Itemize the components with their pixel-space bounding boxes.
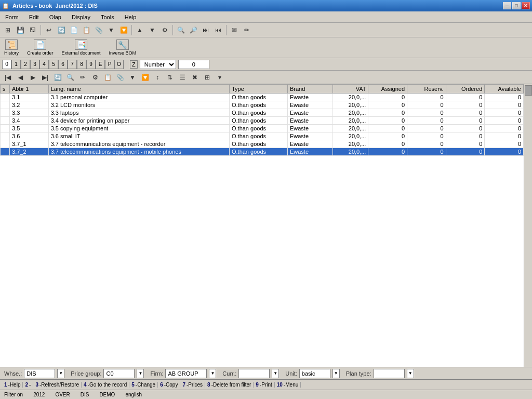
scroll-thumb[interactable] — [525, 85, 532, 96]
more-icon[interactable]: ▾ — [214, 72, 225, 83]
fkey-1[interactable]: 1 -Help — [2, 382, 23, 388]
col-header-brand[interactable]: Brand — [287, 85, 332, 94]
tab-E[interactable]: E — [96, 60, 105, 69]
vertical-scrollbar[interactable] — [524, 84, 532, 367]
table-scroll[interactable]: s Abbr 1 Lang. name Type Brand VAT Assig… — [0, 84, 524, 367]
copy-icon[interactable]: 📋 — [81, 24, 92, 36]
paste-icon[interactable]: 📎 — [93, 24, 104, 36]
table-row[interactable]: 3.33.3 laptopsO.than goodsEwaste20,0,...… — [1, 109, 524, 117]
menu-tools[interactable]: Tools — [98, 14, 117, 21]
whse-dropdown[interactable]: ▼ — [57, 369, 64, 378]
tab-3[interactable]: 3 — [30, 60, 39, 69]
first-record-button[interactable]: |◀ — [2, 72, 14, 83]
minimize-button[interactable]: ─ — [503, 2, 511, 9]
settings-icon[interactable]: ⚙ — [159, 24, 170, 36]
grid-icon[interactable]: ⊞ — [2, 24, 14, 36]
tab-1[interactable]: 1 — [11, 60, 21, 69]
new-icon[interactable]: 📄 — [68, 24, 79, 36]
table-row[interactable]: 3.7_13.7 telecommunications equipment - … — [1, 140, 524, 148]
fkey-2[interactable]: 2 - — [23, 382, 33, 388]
close-button[interactable]: ✕ — [522, 2, 530, 9]
col-header-reserv[interactable]: Reserv. — [407, 85, 446, 94]
sort-icon[interactable]: ↕ — [152, 72, 163, 83]
col-header-ordered[interactable]: Ordered — [446, 85, 485, 94]
inverse-bom-button[interactable]: 🔧 Inverse BOM — [107, 38, 139, 57]
price-group-dropdown[interactable]: ▼ — [137, 369, 144, 378]
number-input[interactable] — [178, 60, 209, 69]
filter3-icon[interactable]: ▼ — [127, 72, 138, 83]
fkey-9[interactable]: 9 -Print — [254, 382, 274, 388]
save-icon[interactable]: 💾 — [15, 24, 26, 36]
next-record-button[interactable]: ▶ — [27, 72, 38, 83]
tab-2[interactable]: 2 — [21, 60, 30, 69]
menu-edit[interactable]: Edit — [26, 14, 42, 21]
find3-icon[interactable]: ⏮ — [212, 24, 224, 36]
fkey-6[interactable]: 6 -Copy — [158, 382, 180, 388]
table-row[interactable]: 3.53.5 copying equipmentO.than goodsEwas… — [1, 125, 524, 132]
delete-icon[interactable]: ✖ — [189, 72, 201, 83]
unit-dropdown[interactable]: ▼ — [332, 369, 340, 378]
tab-7[interactable]: 7 — [68, 60, 77, 69]
tab-P[interactable]: P — [105, 60, 114, 69]
save2-icon[interactable]: 🖫 — [27, 24, 38, 36]
col-header-name[interactable]: Lang. name — [48, 85, 229, 94]
down-icon[interactable]: ▼ — [147, 24, 158, 36]
up-icon[interactable]: ▲ — [134, 24, 145, 36]
plan-type-dropdown[interactable]: ▼ — [407, 369, 414, 378]
refresh-icon[interactable]: 🔄 — [56, 24, 67, 36]
filter-active-icon[interactable]: 🔽 — [139, 72, 151, 83]
filter-icon[interactable]: ▼ — [105, 24, 117, 36]
tab-8[interactable]: 8 — [77, 60, 86, 69]
find2-icon[interactable]: ⏭ — [200, 24, 211, 36]
tools2-icon[interactable]: ⚙ — [89, 72, 101, 83]
email-icon[interactable]: ✉ — [229, 24, 240, 36]
list-icon[interactable]: ☰ — [177, 72, 188, 83]
tab-9[interactable]: 9 — [86, 60, 96, 69]
col-header-abbr[interactable]: Abbr 1 — [10, 85, 49, 94]
tab-0[interactable]: 0 — [2, 60, 11, 69]
paste2-icon[interactable]: 📎 — [114, 72, 126, 83]
number-select[interactable]: Number — [140, 60, 176, 69]
last-record-button[interactable]: ▶| — [39, 72, 51, 83]
refresh2-icon[interactable]: 🔄 — [52, 72, 63, 83]
table-row[interactable]: 3.7_23.7 telecommunications equipment - … — [1, 148, 524, 156]
grid2-icon[interactable]: ⊞ — [202, 72, 213, 83]
col-header-vat[interactable]: VAT — [333, 85, 368, 94]
col-header-type[interactable]: Type — [229, 85, 287, 94]
menu-display[interactable]: Display — [69, 14, 94, 21]
menu-olap[interactable]: Olap — [46, 14, 64, 21]
fkey-7[interactable]: 7 -Prices — [180, 382, 205, 388]
fkey-10[interactable]: 10 -Menu — [275, 382, 301, 388]
tab-5[interactable]: 5 — [49, 60, 58, 69]
external-document-button[interactable]: 📑 External document — [60, 38, 103, 57]
tab-O[interactable]: O — [114, 60, 124, 69]
fkey-4[interactable]: 4 -Go to the record — [82, 382, 129, 388]
create-order-button[interactable]: 📄 Create order — [25, 38, 56, 57]
table-row[interactable]: 3.13.1 personal computerO.than goodsEwas… — [1, 94, 524, 101]
maximize-button[interactable]: □ — [512, 2, 521, 9]
fkey-5[interactable]: 5 -Change — [129, 382, 158, 388]
prev-record-button[interactable]: ◀ — [15, 72, 26, 83]
copy2-icon[interactable]: 📋 — [102, 72, 113, 83]
find-icon[interactable]: 🔎 — [188, 24, 199, 36]
menu-help[interactable]: Help — [122, 14, 140, 21]
firm-dropdown[interactable]: ▼ — [209, 369, 216, 378]
table-row[interactable]: 3.63.6 small ITO.than goodsEwaste20,0,..… — [1, 132, 524, 140]
search2-icon[interactable]: 🔍 — [64, 72, 76, 83]
filter2-icon[interactable]: 🔽 — [118, 24, 129, 36]
tab-4[interactable]: 4 — [39, 60, 49, 69]
search-icon[interactable]: 🔍 — [175, 24, 187, 36]
edit2-icon[interactable]: ✏ — [77, 72, 88, 83]
table-row[interactable]: 3.43.4 device for printing on paperO.tha… — [1, 117, 524, 125]
edit-icon[interactable]: ✏ — [241, 24, 252, 36]
menu-form[interactable]: Form — [2, 14, 22, 21]
tab-6[interactable]: 6 — [58, 60, 68, 69]
col-header-available[interactable]: Available — [485, 85, 524, 94]
history-button[interactable]: 📜 History — [2, 38, 21, 57]
sort2-icon[interactable]: ⇅ — [164, 72, 176, 83]
table-row[interactable]: 3.23.2 LCD monitorsO.than goodsEwaste20,… — [1, 101, 524, 109]
fkey-8[interactable]: 8 -Delete from filter — [205, 382, 254, 388]
undo-icon[interactable]: ↩ — [43, 24, 55, 36]
fkey-3[interactable]: 3 -Refresh/Restore — [33, 382, 82, 388]
curr-dropdown[interactable]: ▼ — [272, 369, 279, 378]
